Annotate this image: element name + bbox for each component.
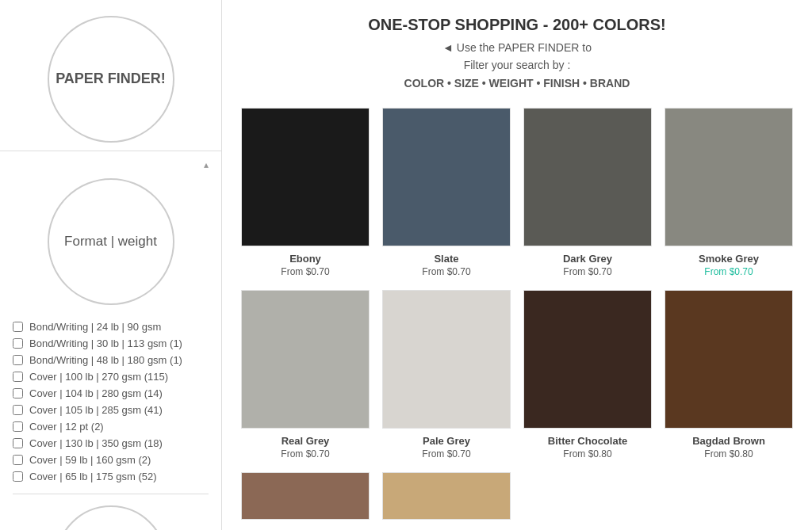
format-weight-circle-label: Format | weight [64,234,157,250]
checkbox-label-3: Cover | 100 lb | 270 gsm (115) [29,371,168,383]
format-weight-circle[interactable]: Format | weight [48,178,174,305]
checkbox-label-4: Cover | 104 lb | 280 gsm (14) [29,387,163,399]
main-header: ONE-STOP SHOPPING - 200+ COLORS! ◄ Use t… [241,16,793,92]
checkbox-label-2: Bond/Writing | 48 lb | 180 gsm (1) [29,354,182,366]
product-card-7[interactable]: Bagdad Brown From $0.80 [665,290,793,459]
product-swatch-6[interactable] [523,290,652,429]
product-card-1[interactable]: Slate From $0.70 [382,108,511,277]
checkbox-item-4[interactable]: Cover | 104 lb | 280 gsm (14) [13,387,209,399]
checkbox-label-8: Cover | 59 lb | 160 gsm (2) [29,454,151,466]
checkbox-7[interactable] [13,438,23,448]
product-price-3: From $0.70 [704,266,753,277]
product-swatch-4[interactable] [241,290,370,429]
product-card-4[interactable]: Real Grey From $0.70 [241,290,370,459]
paper-finder-circle[interactable]: PAPER FINDER! [48,16,174,143]
subtitle-line3: COLOR • SIZE • WEIGHT • FINISH • BRAND [404,77,630,90]
product-swatch-8[interactable] [241,472,370,520]
checkbox-label-5: Cover | 105 lb | 285 gsm (41) [29,404,163,416]
subtitle-line2: Filter your search by : [464,59,571,71]
product-price-4: From $0.70 [281,448,329,459]
subtitle-line1: ◄ Use the PAPER FINDER to [442,41,592,54]
checkbox-item-8[interactable]: Cover | 59 lb | 160 gsm (2) [13,454,209,466]
checkbox-item-6[interactable]: Cover | 12 pt (2) [13,421,209,433]
product-card-5[interactable]: Pale Grey From $0.70 [382,290,511,459]
checkbox-1[interactable] [13,338,23,349]
product-swatch-0[interactable] [241,108,370,246]
checkbox-item-0[interactable]: Bond/Writing | 24 lb | 90 gsm [13,321,209,333]
product-card-0[interactable]: Ebony From $0.70 [241,108,370,277]
product-swatch-1[interactable] [382,108,511,246]
color-circle[interactable]: Color [56,505,167,530]
product-card-2[interactable]: Dark Grey From $0.70 [523,108,652,277]
product-card-8[interactable] [241,472,370,520]
checkbox-label-1: Bond/Writing | 30 lb | 113 gsm (1) [29,337,182,349]
checkbox-item-3[interactable]: Cover | 100 lb | 270 gsm (115) [13,371,209,383]
product-name-0: Ebony [289,253,321,265]
checkbox-item-1[interactable]: Bond/Writing | 30 lb | 113 gsm (1) [13,337,209,349]
sidebar: PAPER FINDER! ▴ Format | weight Bond/Wri… [0,0,222,530]
checkbox-9[interactable] [13,471,23,482]
product-card-6[interactable]: Bitter Chocolate From $0.80 [523,290,652,459]
checkbox-item-9[interactable]: Cover | 65 lb | 175 gsm (52) [13,471,209,482]
product-card-3[interactable]: Smoke Grey From $0.70 [665,108,793,277]
main-content: ONE-STOP SHOPPING - 200+ COLORS! ◄ Use t… [222,0,812,530]
product-name-1: Slate [434,253,458,265]
product-price-5: From $0.70 [422,448,470,459]
checkbox-4[interactable] [13,388,23,398]
checkbox-label-9: Cover | 65 lb | 175 gsm (52) [29,471,157,482]
product-grid: Ebony From $0.70 Slate From $0.70 Dark G… [241,108,793,520]
format-weight-header[interactable]: ▴ [0,151,221,178]
checkbox-label-7: Cover | 130 lb | 350 gsm (18) [29,437,163,449]
product-swatch-7[interactable] [665,290,793,429]
product-price-1: From $0.70 [422,266,470,277]
checkbox-label-0: Bond/Writing | 24 lb | 90 gsm [29,321,161,333]
product-name-7: Bagdad Brown [692,435,765,447]
product-name-3: Smoke Grey [699,253,759,265]
checkbox-item-5[interactable]: Cover | 105 lb | 285 gsm (41) [13,404,209,416]
product-name-2: Dark Grey [563,253,612,265]
checkbox-list: Bond/Writing | 24 lb | 90 gsm Bond/Writi… [0,313,221,490]
checkbox-2[interactable] [13,355,23,365]
product-price-0: From $0.70 [281,266,329,277]
product-card-9[interactable] [382,472,511,520]
paper-finder-label: PAPER FINDER! [56,70,166,88]
checkbox-3[interactable] [13,372,23,382]
checkbox-6[interactable] [13,421,23,432]
checkbox-item-2[interactable]: Bond/Writing | 48 lb | 180 gsm (1) [13,354,209,366]
checkbox-label-6: Cover | 12 pt (2) [29,421,104,433]
checkbox-item-7[interactable]: Cover | 130 lb | 350 gsm (18) [13,437,209,449]
product-price-7: From $0.80 [704,448,753,459]
product-name-6: Bitter Chocolate [548,435,627,447]
product-price-2: From $0.70 [563,266,611,277]
main-title: ONE-STOP SHOPPING - 200+ COLORS! [241,16,793,34]
main-subtitle: ◄ Use the PAPER FINDER to Filter your se… [241,39,793,92]
product-swatch-3[interactable] [665,108,793,246]
checkbox-5[interactable] [13,405,23,415]
checkbox-0[interactable] [13,322,23,332]
product-swatch-2[interactable] [523,108,652,246]
product-name-4: Real Grey [282,435,330,447]
product-name-5: Pale Grey [423,435,470,447]
format-weight-chevron-up: ▴ [204,159,209,170]
product-swatch-5[interactable] [382,290,511,429]
checkbox-8[interactable] [13,455,23,465]
product-price-6: From $0.80 [563,448,611,459]
product-swatch-9[interactable] [382,472,511,520]
